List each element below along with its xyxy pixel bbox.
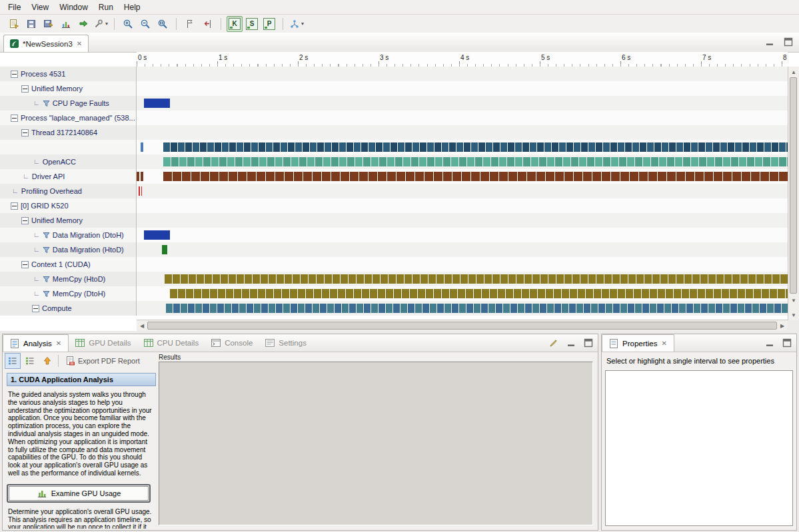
collapse-toggle-icon[interactable] bbox=[32, 305, 39, 312]
collapse-toggle-icon[interactable] bbox=[21, 85, 29, 93]
track-process-laplace-managed[interactable] bbox=[137, 111, 788, 125]
tree-item-memcpy-dtoh[interactable]: ∟MemCpy (DtoH) bbox=[0, 286, 137, 301]
tree-item-data-migration-dtoh[interactable]: ∟Data Migration (DtoH) bbox=[0, 228, 137, 242]
interval-bar[interactable] bbox=[163, 157, 788, 166]
menu-view[interactable]: View bbox=[26, 1, 54, 13]
unguided-analysis-icon[interactable] bbox=[22, 353, 38, 369]
save-session-button[interactable] bbox=[23, 16, 39, 32]
interval-bar[interactable] bbox=[166, 304, 788, 313]
tree-item-profiling-overhead[interactable]: ∟Profiling Overhead bbox=[0, 184, 137, 198]
track-memcpy-dtoh[interactable] bbox=[137, 286, 788, 301]
collapse-all-icon[interactable] bbox=[39, 353, 55, 369]
tree-item-grid-k520[interactable]: [0] GRID K520 bbox=[0, 198, 137, 213]
track-openacc[interactable] bbox=[137, 154, 788, 169]
next-marker-button[interactable] bbox=[182, 16, 198, 32]
tab-gpu-details[interactable]: GPU Details bbox=[69, 335, 137, 352]
tree-item-openacc-detail-track[interactable] bbox=[0, 140, 137, 154]
tree-item-process-4531[interactable]: Process 4531 bbox=[0, 67, 137, 81]
export-pdf-report-button[interactable]: Export PDF Report bbox=[61, 354, 144, 368]
tree-item-context-1-cuda[interactable]: Context 1 (CUDA) bbox=[0, 257, 137, 272]
close-icon[interactable]: ✕ bbox=[55, 340, 62, 347]
track-openacc-detail-track[interactable] bbox=[137, 140, 788, 154]
collapse-toggle-icon[interactable] bbox=[11, 71, 18, 78]
interval-bar[interactable] bbox=[137, 172, 139, 181]
vertical-scrollbar[interactable]: ▲ ▼ ▼ bbox=[788, 67, 799, 320]
scroll-down-end-icon[interactable]: ▼ bbox=[788, 310, 799, 320]
tab-cpu-details[interactable]: CPU Details bbox=[137, 335, 205, 352]
zoom-out-button[interactable] bbox=[137, 16, 153, 32]
profile-application-button[interactable] bbox=[58, 16, 74, 32]
maximize-icon[interactable] bbox=[783, 37, 794, 47]
new-session-button[interactable] bbox=[6, 16, 22, 32]
track-process-4531[interactable] bbox=[137, 67, 788, 81]
session-tab[interactable]: *NewSession3 ✕ bbox=[3, 35, 89, 52]
interval-bar[interactable] bbox=[170, 289, 788, 298]
tab-settings[interactable]: Settings bbox=[259, 335, 313, 352]
track-data-migration-dtoh[interactable] bbox=[137, 228, 788, 242]
minimize-icon[interactable] bbox=[566, 338, 576, 348]
prev-marker-button[interactable] bbox=[199, 16, 215, 32]
tab-properties[interactable]: Properties ✕ bbox=[602, 334, 674, 352]
horizontal-scrollbar[interactable]: ◀ ▶ bbox=[137, 320, 788, 331]
tree-item-unified-memory-host[interactable]: Unified Memory bbox=[0, 81, 137, 96]
minimize-icon[interactable] bbox=[764, 37, 775, 47]
track-profiling-overhead[interactable] bbox=[137, 184, 788, 198]
interval-bar[interactable] bbox=[162, 245, 167, 254]
kernel-view-button[interactable]: K bbox=[227, 16, 243, 32]
zoom-fit-button[interactable] bbox=[155, 16, 171, 32]
track-thread-3172140864[interactable] bbox=[137, 125, 788, 140]
menu-run[interactable]: Run bbox=[93, 1, 119, 13]
minimize-icon[interactable] bbox=[764, 338, 775, 348]
scroll-down-icon[interactable]: ▼ bbox=[788, 295, 799, 306]
interval-bar[interactable] bbox=[163, 142, 788, 152]
interval-bar[interactable] bbox=[144, 230, 170, 240]
collapse-toggle-icon[interactable] bbox=[21, 217, 29, 224]
track-cpu-page-faults[interactable] bbox=[137, 96, 788, 111]
interval-bar[interactable] bbox=[141, 142, 143, 152]
export-timeline-button[interactable] bbox=[75, 16, 91, 32]
menu-file[interactable]: File bbox=[3, 1, 26, 13]
filter-funnel-icon[interactable] bbox=[43, 246, 50, 254]
configure-session-button[interactable]: ▾ bbox=[93, 16, 109, 32]
close-icon[interactable]: ✕ bbox=[76, 40, 83, 47]
horizontal-scroll-thumb[interactable] bbox=[147, 322, 777, 330]
tree-item-data-migration-htod[interactable]: ∟Data Migration (HtoD) bbox=[0, 242, 137, 257]
filter-funnel-icon[interactable] bbox=[43, 276, 50, 283]
maximize-icon[interactable] bbox=[583, 338, 594, 348]
vertical-scroll-thumb[interactable] bbox=[790, 77, 797, 294]
tree-item-compute[interactable]: Compute bbox=[0, 301, 137, 316]
maximize-icon[interactable] bbox=[782, 338, 792, 348]
examine-gpu-usage-button[interactable]: Examine GPU Usage bbox=[9, 486, 149, 501]
track-context-1-cuda[interactable] bbox=[137, 257, 788, 272]
tree-item-openacc[interactable]: ∟OpenACC bbox=[0, 154, 137, 169]
tree-item-memcpy-htod[interactable]: ∟MemCpy (HtoD) bbox=[0, 272, 137, 286]
process-view-button[interactable]: P bbox=[261, 16, 277, 32]
scroll-right-icon[interactable]: ▶ bbox=[777, 320, 788, 331]
scroll-up-icon[interactable]: ▲ bbox=[788, 67, 799, 77]
zoom-in-button[interactable] bbox=[120, 16, 136, 32]
tree-item-driver-api[interactable]: ∟Driver API bbox=[0, 169, 137, 184]
interval-bar[interactable] bbox=[165, 274, 788, 284]
interval-bar[interactable] bbox=[141, 186, 143, 196]
tree-item-unified-memory-gpu[interactable]: Unified Memory bbox=[0, 213, 137, 228]
scroll-left-icon[interactable]: ◀ bbox=[137, 320, 147, 331]
tab-console[interactable]: Console bbox=[205, 335, 259, 352]
tree-item-process-laplace-managed[interactable]: Process "laplace_managed" (538... bbox=[0, 111, 137, 125]
timeline-ruler[interactable]: 0 s1 s2 s3 s4 s5 s6 s7 s8 bbox=[137, 52, 788, 67]
interval-bar[interactable] bbox=[141, 172, 143, 181]
collapse-toggle-icon[interactable] bbox=[21, 261, 29, 268]
track-memcpy-htod[interactable] bbox=[137, 272, 788, 286]
guided-analysis-icon[interactable] bbox=[5, 353, 21, 369]
filter-funnel-icon[interactable] bbox=[43, 100, 50, 107]
tree-item-cpu-page-faults[interactable]: ∟CPU Page Faults bbox=[0, 96, 137, 111]
track-driver-api[interactable] bbox=[137, 169, 788, 184]
track-unified-memory-gpu[interactable] bbox=[137, 213, 788, 228]
interval-bar[interactable] bbox=[139, 186, 140, 196]
tab-analysis[interactable]: Analysis✕ bbox=[3, 334, 69, 352]
menu-window[interactable]: Window bbox=[54, 1, 93, 13]
view-menu-icon[interactable] bbox=[548, 338, 559, 348]
stream-view-button[interactable]: S bbox=[244, 16, 260, 32]
track-grid-k520[interactable] bbox=[137, 198, 788, 213]
save-session-as-button[interactable] bbox=[41, 16, 57, 32]
track-unified-memory-host[interactable] bbox=[137, 81, 788, 96]
